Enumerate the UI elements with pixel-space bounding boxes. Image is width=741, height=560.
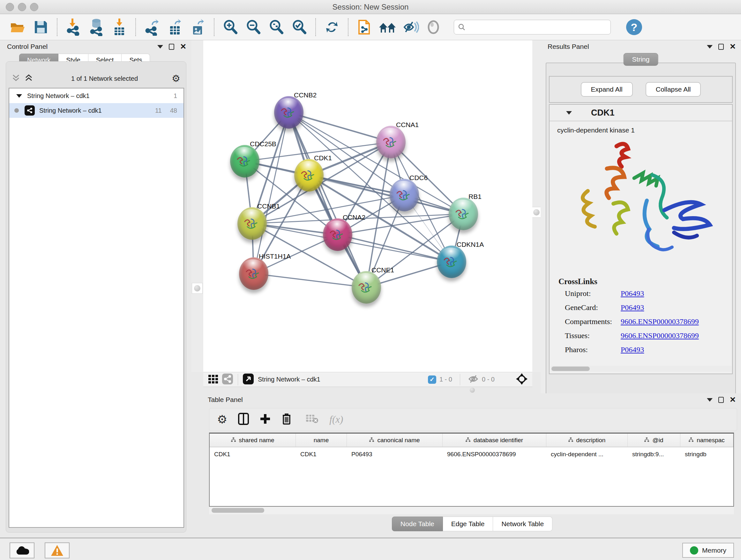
crosslink-link[interactable]: P06493 — [621, 303, 644, 312]
collapse-panel-icon[interactable] — [157, 45, 163, 49]
string-home-button[interactable] — [377, 17, 398, 37]
warnings-button[interactable] — [45, 543, 70, 558]
selected-checkbox-icon[interactable]: ✓ — [428, 375, 436, 384]
collapse-all-button[interactable]: Collapse All — [646, 82, 701, 97]
crosslink-link[interactable]: 9606.ENSP00000378699 — [621, 317, 699, 326]
table-cell[interactable]: 9606.ENSP00000378699 — [443, 447, 546, 461]
delete-column-icon[interactable] — [281, 413, 292, 426]
table-cell[interactable]: P06493 — [347, 447, 443, 461]
network-row[interactable]: String Network – cdk1 11 48 — [9, 103, 184, 118]
collapse-all-networks-icon[interactable] — [12, 74, 20, 83]
network-node-cdc25b[interactable] — [230, 145, 259, 178]
presentation-mode-button[interactable] — [423, 17, 444, 37]
right-splitter[interactable] — [532, 40, 541, 372]
table-cell[interactable]: cyclin-dependent ... — [546, 447, 628, 461]
column-header-description[interactable]: description — [546, 434, 628, 447]
column-header-shared-name[interactable]: shared name — [210, 434, 296, 447]
gene-scrollbar[interactable] — [551, 366, 731, 372]
apply-layout-button[interactable] — [322, 17, 342, 37]
tab-string[interactable]: String — [623, 53, 658, 66]
table-cell[interactable]: stringdb:9... — [628, 447, 680, 461]
collapse-panel-icon[interactable] — [707, 398, 713, 401]
show-columns-icon[interactable] — [238, 413, 249, 426]
edge-count: 48 — [170, 107, 177, 114]
gene-collapse-icon[interactable] — [566, 111, 572, 115]
tree-expand-icon[interactable] — [16, 94, 22, 98]
network-node-hist1h1a[interactable] — [239, 257, 268, 290]
share-view-icon[interactable] — [222, 373, 233, 386]
tab-network-table[interactable]: Network Table — [493, 516, 552, 531]
table-cell[interactable]: CDK1 — [210, 447, 296, 461]
zoom-in-icon — [222, 19, 239, 36]
network-node-cdkn1a[interactable] — [437, 246, 466, 278]
birds-eye-navigator-icon[interactable] — [516, 373, 528, 386]
network-edge[interactable] — [254, 273, 366, 287]
network-node-cdc6[interactable] — [390, 179, 419, 211]
network-tab-content: 1 of 1 Network selected ⚙ String Network… — [6, 61, 186, 533]
network-collection-row[interactable]: String Network – cdk1 1 — [9, 88, 184, 103]
network-edge[interactable] — [289, 112, 366, 287]
network-node-rb1[interactable] — [449, 198, 478, 230]
float-panel-icon[interactable] — [718, 44, 724, 50]
column-header-database-identifier[interactable]: database identifier — [443, 434, 546, 447]
collapse-panel-icon[interactable] — [707, 45, 713, 49]
help-button[interactable]: ? — [626, 19, 642, 35]
enhance-labels-button[interactable] — [400, 17, 421, 37]
left-splitter[interactable] — [192, 40, 203, 372]
table-options-gear-icon[interactable]: ⚙ — [217, 414, 227, 425]
network-edge[interactable] — [254, 112, 289, 273]
close-panel-icon[interactable]: ✕ — [730, 43, 736, 51]
network-node-ccna2[interactable] — [323, 219, 352, 251]
close-panel-icon[interactable]: ✕ — [730, 396, 736, 403]
tab-edge-table[interactable]: Edge Table — [443, 516, 493, 531]
expand-all-button[interactable]: Expand All — [581, 82, 633, 97]
network-node-ccna1[interactable] — [376, 126, 406, 159]
detach-view-icon[interactable] — [243, 373, 254, 386]
float-panel-icon[interactable] — [169, 44, 174, 50]
memory-button[interactable]: Memory — [682, 543, 734, 558]
column-type-icon — [231, 437, 236, 444]
zoom-out-button[interactable] — [243, 17, 264, 37]
toolbar-search[interactable] — [454, 20, 611, 35]
expand-all-networks-icon[interactable] — [24, 74, 33, 83]
column-header-name[interactable]: name — [296, 434, 347, 447]
column-header-namespac[interactable]: namespac — [680, 434, 733, 447]
close-panel-icon[interactable]: ✕ — [180, 43, 186, 51]
table-cell[interactable]: stringdb — [680, 447, 733, 461]
open-session-button[interactable] — [8, 17, 28, 37]
tab-node-table[interactable]: Node Table — [392, 516, 443, 531]
cloud-status-button[interactable] — [10, 543, 35, 558]
network-node-ccnb2[interactable] — [274, 96, 304, 129]
column-header-canonical-name[interactable]: canonical name — [347, 434, 443, 447]
import-table-button[interactable] — [109, 17, 130, 37]
table-cell[interactable]: CDK1 — [296, 447, 347, 461]
network-options-gear-icon[interactable]: ⚙ — [172, 74, 180, 83]
grid-view-icon[interactable] — [208, 374, 219, 386]
zoom-selected-button[interactable] — [289, 17, 310, 37]
network-node-ccne1[interactable] — [352, 271, 381, 304]
save-session-button[interactable] — [30, 17, 51, 37]
zoom-in-button[interactable] — [220, 17, 241, 37]
table-h-scrollbar[interactable] — [209, 507, 734, 514]
zoom-fit-button[interactable] — [266, 17, 286, 37]
crosslink-link[interactable]: 9606.ENSP00000378699 — [621, 331, 699, 340]
column-header--id[interactable]: @id — [628, 434, 680, 447]
export-table-button[interactable] — [165, 17, 185, 37]
float-panel-icon[interactable] — [718, 397, 724, 403]
crosslink-link[interactable]: P06493 — [621, 346, 644, 354]
import-network-button[interactable] — [63, 17, 84, 37]
network-edge[interactable] — [289, 112, 391, 142]
string-import-button[interactable] — [354, 17, 375, 37]
network-node-ccnb1[interactable] — [238, 207, 267, 240]
network-node-cdk1[interactable] — [294, 159, 324, 192]
add-column-icon[interactable] — [260, 414, 271, 426]
search-input[interactable] — [468, 23, 607, 31]
network-canvas[interactable]: CCNB2CCNA1CDC25BCDK1CDC6RB1CCNB1CCNA2CDK… — [203, 40, 532, 372]
hidden-eye-icon[interactable] — [468, 374, 479, 385]
import-network-from-database-button[interactable] — [86, 17, 107, 37]
export-image-button[interactable] — [188, 17, 208, 37]
export-network-button[interactable] — [142, 17, 162, 37]
table-row[interactable]: CDK1CDK1P064939606.ENSP00000378699cyclin… — [210, 447, 733, 461]
network-edge[interactable] — [338, 235, 452, 262]
crosslink-link[interactable]: P06493 — [621, 289, 644, 298]
